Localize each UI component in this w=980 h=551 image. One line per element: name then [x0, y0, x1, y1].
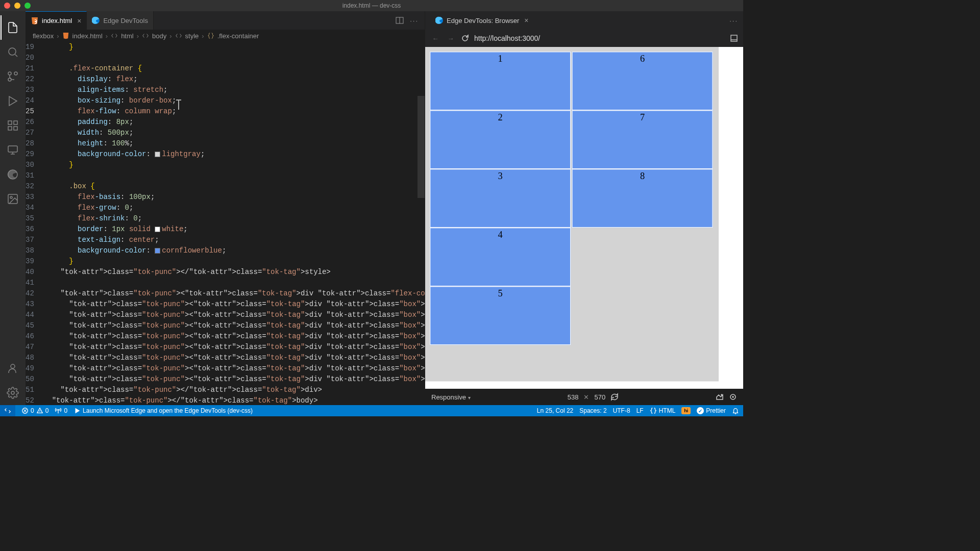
preview-box: 3 — [430, 169, 571, 228]
devtools-toolbar: ← → http://localhost:3000/ — [425, 30, 743, 47]
device-mode-select[interactable]: Responsive▾ — [431, 393, 471, 401]
cursor-position[interactable]: Ln 25, Col 22 — [537, 407, 573, 414]
screenshot-icon[interactable] — [716, 393, 724, 401]
reload-icon[interactable] — [461, 34, 469, 42]
indentation[interactable]: Spaces: 2 — [579, 407, 606, 414]
notifications-icon[interactable] — [732, 407, 739, 414]
explorer-icon[interactable] — [1, 15, 25, 40]
edge-icon — [435, 16, 444, 24]
edge-icon — [92, 16, 100, 24]
language-mode[interactable]: HTML — [650, 407, 676, 414]
svg-point-1 — [14, 72, 17, 75]
errors-warnings[interactable]: 0 0 — [21, 407, 48, 414]
error-icon — [21, 407, 29, 414]
radio-tower-icon[interactable]: 0 — [55, 407, 67, 414]
breadcrumb[interactable]: flexbox › index.html › html › body › sty… — [26, 30, 425, 42]
svg-point-22 — [58, 409, 59, 410]
more-actions-icon[interactable]: ··· — [729, 17, 738, 24]
html-file-icon — [62, 32, 69, 39]
chevron-down-icon: ▾ — [468, 395, 471, 400]
browser-preview[interactable]: 12345678 — [425, 47, 743, 389]
preview-box: 5 — [430, 286, 571, 345]
remote-explorer-icon[interactable] — [1, 138, 25, 162]
run-debug-icon[interactable] — [1, 89, 25, 113]
svg-rect-5 — [14, 121, 17, 124]
tab-edge-devtools[interactable]: Edge DevTools — [87, 11, 153, 30]
back-icon[interactable]: ← — [430, 35, 440, 42]
encoding[interactable]: UTF-8 — [613, 407, 630, 414]
breadcrumb-item[interactable]: flexbox — [33, 32, 54, 40]
viewport-width[interactable]: 538 — [568, 393, 579, 401]
breadcrumb-item[interactable]: body — [152, 32, 166, 40]
prettier-status[interactable]: ✓ Prettier — [697, 407, 726, 414]
preview-box: 1 — [430, 52, 571, 110]
extensions-icon[interactable] — [1, 113, 25, 138]
svg-point-13 — [11, 391, 14, 394]
devtools-tab-label: Edge DevTools: Browser — [447, 17, 519, 24]
tab-label: index.html — [42, 17, 72, 24]
minimize-window-button[interactable] — [14, 3, 20, 9]
code-content[interactable]: } .flex-container { display: flex; align… — [43, 42, 425, 405]
breadcrumb-item[interactable]: style — [185, 32, 199, 40]
edge-tools-icon[interactable] — [1, 162, 25, 187]
dock-icon[interactable] — [730, 34, 738, 42]
preview-box: 4 — [430, 228, 571, 286]
preview-box: 2 — [430, 110, 571, 169]
split-editor-icon[interactable] — [396, 16, 404, 24]
account-icon[interactable] — [1, 356, 25, 381]
devtools-panel: Edge DevTools: Browser × ··· ← → http://… — [425, 11, 743, 405]
warning-icon — [36, 407, 43, 414]
svg-rect-7 — [14, 127, 17, 130]
settings-gear-icon[interactable] — [1, 381, 25, 405]
activity-bar — [0, 11, 26, 405]
code-icon — [175, 32, 182, 39]
preview-box: 8 — [572, 169, 713, 228]
device-toolbar: Responsive▾ 538 ✕ 570 — [425, 389, 743, 405]
breadcrumb-item[interactable]: .flex-container — [217, 32, 259, 40]
more-actions-icon[interactable]: ··· — [410, 17, 419, 24]
code-editor[interactable]: 1920212223242526272829303132333435363738… — [26, 42, 425, 405]
chevron-right-icon: › — [106, 32, 108, 40]
close-icon[interactable]: × — [77, 17, 81, 25]
source-control-icon[interactable] — [1, 64, 25, 89]
window-titlebar: index.html — dev-css — [0, 0, 743, 11]
viewport-height[interactable]: 570 — [594, 393, 605, 401]
svg-point-3 — [8, 72, 11, 75]
url-bar[interactable]: http://localhost:3000/ — [474, 34, 725, 42]
editor: index.html × Edge DevTools ··· flexbox ›… — [26, 11, 425, 405]
svg-rect-17 — [731, 35, 737, 41]
eol[interactable]: LF — [636, 407, 644, 414]
maximize-window-button[interactable] — [24, 3, 31, 9]
search-icon[interactable] — [1, 40, 25, 64]
code-icon — [142, 32, 149, 39]
chevron-right-icon: › — [169, 32, 172, 40]
rotate-icon[interactable] — [610, 393, 619, 401]
svg-rect-4 — [8, 121, 12, 124]
devtools-browser-tab[interactable]: Edge DevTools: Browser × — [430, 13, 534, 28]
brace-icon — [650, 407, 657, 414]
launch-edge-button[interactable]: Launch Microsoft Edge and open the Edge … — [74, 407, 253, 414]
chevron-right-icon: › — [137, 32, 139, 40]
svg-rect-8 — [8, 146, 17, 152]
chevron-right-icon: › — [202, 32, 204, 40]
dimension-separator: ✕ — [583, 393, 589, 401]
breadcrumb-item[interactable]: html — [121, 32, 134, 40]
close-window-button[interactable] — [4, 3, 10, 9]
forward-icon[interactable]: → — [446, 35, 456, 42]
close-icon[interactable]: × — [524, 16, 528, 24]
chevron-right-icon: › — [57, 32, 59, 40]
webhint-badge[interactable]: hi — [681, 407, 691, 414]
svg-rect-6 — [8, 127, 12, 130]
svg-point-11 — [10, 196, 12, 198]
check-icon: ✓ — [697, 407, 704, 414]
tab-index-html[interactable]: index.html × — [26, 11, 87, 30]
inspect-icon[interactable] — [729, 393, 737, 401]
breadcrumb-item[interactable]: index.html — [72, 32, 103, 40]
preview-box: 6 — [572, 52, 713, 110]
remote-button[interactable] — [0, 405, 15, 416]
gallery-icon[interactable] — [1, 187, 25, 211]
window-controls — [4, 3, 31, 9]
preview-box: 7 — [572, 110, 713, 169]
scrollbar-thumb[interactable] — [418, 96, 425, 198]
code-icon — [111, 32, 118, 39]
